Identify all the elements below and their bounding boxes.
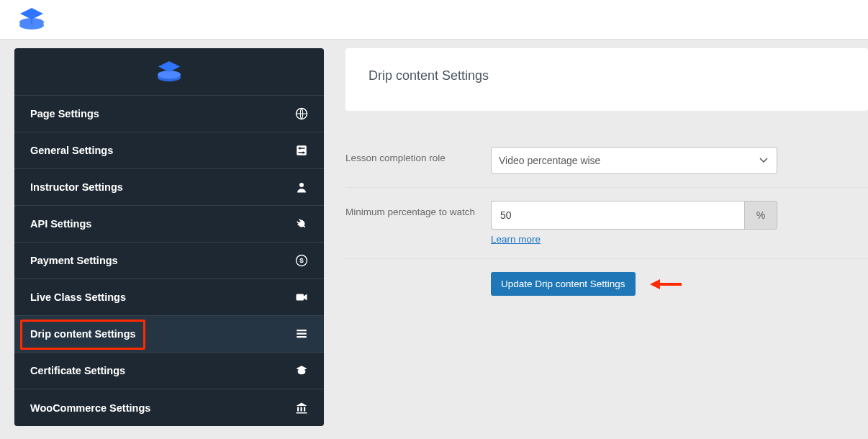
label-lesson-completion: Lesson completion role xyxy=(345,147,491,163)
svg-rect-5 xyxy=(297,145,307,155)
svg-rect-16 xyxy=(297,336,307,338)
sidebar-item-live-class-settings[interactable]: Live Class Settings xyxy=(14,279,324,316)
bank-icon xyxy=(295,402,308,415)
svg-point-8 xyxy=(299,148,301,150)
sidebar-item-label: General Settings xyxy=(30,145,113,156)
lesson-completion-select[interactable]: Video percentage wise xyxy=(491,147,777,174)
sidebar-item-woocommerce-settings[interactable]: WooCommerce Settings xyxy=(14,389,324,426)
grad-cap-icon xyxy=(295,364,308,377)
sidebar-item-label: WooCommerce Settings xyxy=(30,402,150,414)
top-logo xyxy=(14,6,49,32)
arrow-icon xyxy=(650,279,682,289)
update-drip-button[interactable]: Update Drip content Settings xyxy=(491,272,636,296)
sidebar-logo xyxy=(14,48,324,96)
sidebar-item-label: Drip content Settings xyxy=(30,328,136,340)
user-icon xyxy=(295,181,308,194)
svg-point-9 xyxy=(302,152,304,154)
svg-point-10 xyxy=(299,183,304,187)
svg-rect-14 xyxy=(297,330,307,331)
dollar-icon: $ xyxy=(295,254,308,267)
sidebar-item-certificate-settings[interactable]: Certificate Settings xyxy=(14,353,324,389)
form-row-min-percentage: Minimum percentage to watch % Learn more xyxy=(345,188,868,259)
sidebar-item-general-settings[interactable]: General Settings xyxy=(14,132,324,169)
sidebar-item-payment-settings[interactable]: Payment Settings $ xyxy=(14,243,324,279)
svg-rect-15 xyxy=(297,333,307,335)
sliders-icon xyxy=(295,144,308,157)
svg-rect-13 xyxy=(297,294,304,301)
percent-addon: % xyxy=(744,201,777,230)
panel-title: Drip content Settings xyxy=(369,68,845,83)
svg-text:$: $ xyxy=(299,256,304,264)
settings-panel: Lesson completion role Video percentage … xyxy=(345,134,868,296)
video-icon xyxy=(295,291,308,304)
panel-header: Drip content Settings xyxy=(345,48,868,111)
list-icon xyxy=(295,327,308,340)
topbar xyxy=(0,0,868,40)
sidebar-item-label: Live Class Settings xyxy=(30,291,126,303)
sidebar-item-instructor-settings[interactable]: Instructor Settings xyxy=(14,169,324,206)
learn-more-link[interactable]: Learn more xyxy=(491,234,541,245)
plug-icon xyxy=(295,217,308,230)
label-min-percentage: Minimum percentage to watch xyxy=(345,201,491,217)
sidebar-item-page-settings[interactable]: Page Settings xyxy=(14,96,324,132)
sidebar-item-label: Certificate Settings xyxy=(30,365,125,376)
sidebar: Page Settings General Settings Instructo… xyxy=(14,48,324,426)
sidebar-item-label: Instructor Settings xyxy=(30,181,123,193)
globe-icon xyxy=(295,107,308,120)
sidebar-item-label: Payment Settings xyxy=(30,255,118,266)
min-percentage-input[interactable] xyxy=(491,201,744,230)
sidebar-item-drip-content-settings[interactable]: Drip content Settings xyxy=(14,316,324,353)
sidebar-item-label: Page Settings xyxy=(30,108,99,119)
form-row-lesson-completion: Lesson completion role Video percentage … xyxy=(345,134,868,188)
sidebar-item-api-settings[interactable]: API Settings xyxy=(14,206,324,243)
sidebar-item-label: API Settings xyxy=(30,218,91,230)
